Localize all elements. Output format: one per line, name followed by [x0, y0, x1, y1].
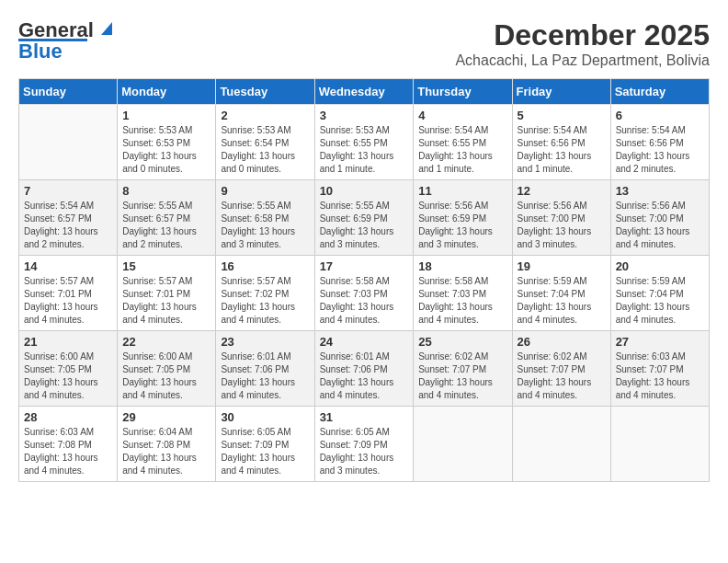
calendar-cell: 10Sunrise: 5:55 AM Sunset: 6:59 PM Dayli…: [314, 180, 414, 256]
calendar-cell: 20Sunrise: 5:59 AM Sunset: 7:04 PM Dayli…: [610, 256, 709, 331]
day-number: 26: [518, 335, 606, 349]
day-info: Sunrise: 5:54 AM Sunset: 6:55 PM Dayligh…: [418, 124, 506, 176]
calendar-cell: 3Sunrise: 5:53 AM Sunset: 6:55 PM Daylig…: [314, 105, 414, 180]
day-info: Sunrise: 5:57 AM Sunset: 7:02 PM Dayligh…: [221, 275, 309, 327]
day-number: 5: [518, 109, 606, 122]
calendar-cell: 4Sunrise: 5:54 AM Sunset: 6:55 PM Daylig…: [414, 105, 512, 180]
calendar-cell: [414, 407, 512, 482]
calendar-week-row: 28Sunrise: 6:03 AM Sunset: 7:08 PM Dayli…: [19, 407, 710, 482]
calendar-cell: 22Sunrise: 6:00 AM Sunset: 7:05 PM Dayli…: [118, 331, 216, 407]
day-number: 21: [24, 335, 112, 349]
calendar-cell: 12Sunrise: 5:56 AM Sunset: 7:00 PM Dayli…: [512, 180, 610, 256]
day-info: Sunrise: 6:00 AM Sunset: 7:05 PM Dayligh…: [24, 350, 112, 402]
day-info: Sunrise: 6:03 AM Sunset: 7:08 PM Dayligh…: [24, 426, 112, 477]
weekday-header-friday: Friday: [512, 79, 610, 105]
day-info: Sunrise: 5:55 AM Sunset: 6:57 PM Dayligh…: [122, 200, 210, 251]
day-info: Sunrise: 5:53 AM Sunset: 6:53 PM Dayligh…: [122, 124, 210, 176]
day-info: Sunrise: 6:04 AM Sunset: 7:08 PM Dayligh…: [122, 426, 210, 477]
day-number: 17: [320, 259, 409, 273]
calendar-cell: 13Sunrise: 5:56 AM Sunset: 7:00 PM Dayli…: [610, 180, 709, 256]
day-info: Sunrise: 6:05 AM Sunset: 7:09 PM Dayligh…: [320, 426, 409, 477]
logo-icon: [96, 18, 116, 39]
calendar-cell: 9Sunrise: 5:55 AM Sunset: 6:58 PM Daylig…: [216, 180, 314, 256]
calendar-cell: 23Sunrise: 6:01 AM Sunset: 7:06 PM Dayli…: [216, 331, 314, 407]
calendar-cell: 7Sunrise: 5:54 AM Sunset: 6:57 PM Daylig…: [19, 180, 118, 256]
calendar-week-row: 7Sunrise: 5:54 AM Sunset: 6:57 PM Daylig…: [19, 180, 710, 256]
page-header: General Blue December 2025 Achacachi, La…: [18, 18, 710, 69]
calendar-cell: 31Sunrise: 6:05 AM Sunset: 7:09 PM Dayli…: [314, 407, 414, 482]
weekday-header-row: SundayMondayTuesdayWednesdayThursdayFrid…: [19, 79, 710, 105]
day-number: 25: [418, 335, 506, 349]
calendar-cell: 27Sunrise: 6:03 AM Sunset: 7:07 PM Dayli…: [610, 331, 709, 407]
calendar-cell: 24Sunrise: 6:01 AM Sunset: 7:06 PM Dayli…: [314, 331, 414, 407]
day-info: Sunrise: 5:57 AM Sunset: 7:01 PM Dayligh…: [122, 275, 210, 327]
day-number: 11: [418, 184, 506, 198]
weekday-header-monday: Monday: [118, 79, 216, 105]
calendar-cell: [610, 407, 709, 482]
day-info: Sunrise: 5:56 AM Sunset: 6:59 PM Dayligh…: [418, 200, 506, 251]
day-number: 6: [616, 109, 704, 122]
day-info: Sunrise: 5:55 AM Sunset: 6:58 PM Dayligh…: [221, 200, 309, 251]
day-number: 9: [221, 184, 309, 198]
day-number: 16: [221, 259, 309, 273]
calendar-cell: 21Sunrise: 6:00 AM Sunset: 7:05 PM Dayli…: [19, 331, 118, 407]
calendar-cell: 16Sunrise: 5:57 AM Sunset: 7:02 PM Dayli…: [216, 256, 314, 331]
calendar-cell: [19, 105, 118, 180]
calendar-cell: 15Sunrise: 5:57 AM Sunset: 7:01 PM Dayli…: [118, 256, 216, 331]
calendar-cell: 1Sunrise: 5:53 AM Sunset: 6:53 PM Daylig…: [118, 105, 216, 180]
calendar-cell: 11Sunrise: 5:56 AM Sunset: 6:59 PM Dayli…: [414, 180, 512, 256]
calendar-week-row: 1Sunrise: 5:53 AM Sunset: 6:53 PM Daylig…: [19, 105, 710, 180]
day-number: 31: [320, 410, 409, 424]
day-number: 2: [221, 109, 309, 122]
day-number: 15: [122, 259, 210, 273]
day-info: Sunrise: 5:53 AM Sunset: 6:55 PM Dayligh…: [320, 124, 409, 176]
day-info: Sunrise: 5:56 AM Sunset: 7:00 PM Dayligh…: [518, 200, 606, 251]
day-number: 24: [320, 335, 409, 349]
weekday-header-tuesday: Tuesday: [216, 79, 314, 105]
day-info: Sunrise: 5:53 AM Sunset: 6:54 PM Dayligh…: [221, 124, 309, 176]
weekday-header-saturday: Saturday: [610, 79, 709, 105]
calendar-cell: [512, 407, 610, 482]
day-number: 1: [122, 109, 210, 122]
weekday-header-thursday: Thursday: [414, 79, 512, 105]
day-info: Sunrise: 6:02 AM Sunset: 7:07 PM Dayligh…: [518, 350, 606, 402]
calendar-cell: 14Sunrise: 5:57 AM Sunset: 7:01 PM Dayli…: [19, 256, 118, 331]
day-info: Sunrise: 5:56 AM Sunset: 7:00 PM Dayligh…: [616, 200, 704, 251]
day-info: Sunrise: 6:00 AM Sunset: 7:05 PM Dayligh…: [122, 350, 210, 402]
day-number: 23: [221, 335, 309, 349]
calendar-cell: 2Sunrise: 5:53 AM Sunset: 6:54 PM Daylig…: [216, 105, 314, 180]
calendar-cell: 8Sunrise: 5:55 AM Sunset: 6:57 PM Daylig…: [118, 180, 216, 256]
calendar-week-row: 14Sunrise: 5:57 AM Sunset: 7:01 PM Dayli…: [19, 256, 710, 331]
day-number: 19: [518, 259, 606, 273]
calendar-cell: 19Sunrise: 5:59 AM Sunset: 7:04 PM Dayli…: [512, 256, 610, 331]
day-info: Sunrise: 5:55 AM Sunset: 6:59 PM Dayligh…: [320, 200, 409, 251]
day-number: 30: [221, 410, 309, 424]
logo: General Blue: [18, 18, 116, 63]
day-info: Sunrise: 6:05 AM Sunset: 7:09 PM Dayligh…: [221, 426, 309, 477]
title-block: December 2025 Achacachi, La Paz Departme…: [455, 18, 710, 69]
day-number: 29: [122, 410, 210, 424]
day-number: 10: [320, 184, 409, 198]
day-info: Sunrise: 5:57 AM Sunset: 7:01 PM Dayligh…: [24, 275, 112, 327]
calendar-cell: 29Sunrise: 6:04 AM Sunset: 7:08 PM Dayli…: [118, 407, 216, 482]
day-info: Sunrise: 5:58 AM Sunset: 7:03 PM Dayligh…: [418, 275, 506, 327]
day-number: 20: [616, 259, 704, 273]
month-title: December 2025: [455, 18, 710, 52]
day-number: 4: [418, 109, 506, 122]
day-info: Sunrise: 5:59 AM Sunset: 7:04 PM Dayligh…: [518, 275, 606, 327]
calendar-cell: 6Sunrise: 5:54 AM Sunset: 6:56 PM Daylig…: [610, 105, 709, 180]
calendar-cell: 30Sunrise: 6:05 AM Sunset: 7:09 PM Dayli…: [216, 407, 314, 482]
svg-marker-0: [101, 22, 112, 35]
calendar-cell: 17Sunrise: 5:58 AM Sunset: 7:03 PM Dayli…: [314, 256, 414, 331]
calendar-cell: 25Sunrise: 6:02 AM Sunset: 7:07 PM Dayli…: [414, 331, 512, 407]
day-number: 3: [320, 109, 409, 122]
day-number: 7: [24, 184, 112, 198]
day-number: 12: [518, 184, 606, 198]
day-number: 18: [418, 259, 506, 273]
calendar-table: SundayMondayTuesdayWednesdayThursdayFrid…: [18, 78, 710, 482]
calendar-cell: 18Sunrise: 5:58 AM Sunset: 7:03 PM Dayli…: [414, 256, 512, 331]
day-info: Sunrise: 5:54 AM Sunset: 6:56 PM Dayligh…: [518, 124, 606, 176]
day-number: 14: [24, 259, 112, 273]
day-info: Sunrise: 6:03 AM Sunset: 7:07 PM Dayligh…: [616, 350, 704, 402]
day-number: 28: [24, 410, 112, 424]
